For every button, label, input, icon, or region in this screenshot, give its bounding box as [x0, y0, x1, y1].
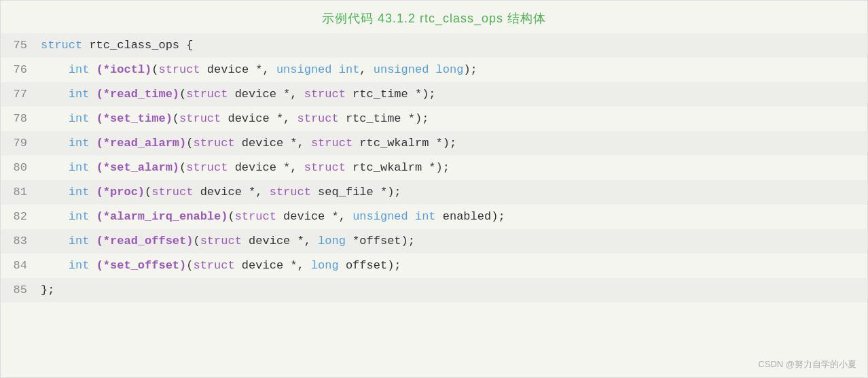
code-token	[89, 186, 96, 199]
code-token: rtc_time	[346, 88, 415, 101]
code-token: int	[69, 88, 90, 101]
code-token: (	[193, 235, 200, 247]
code-token: (*alarm_irq_enable)	[96, 210, 228, 223]
code-token: ,	[297, 137, 311, 150]
code-token: struct	[297, 112, 339, 125]
code-token: struct	[235, 210, 276, 223]
code-token: long	[311, 259, 339, 272]
code-token: *	[290, 259, 297, 272]
code-token	[41, 235, 69, 247]
code-token: int	[69, 210, 90, 223]
code-token: device	[221, 112, 276, 125]
code-token: );	[436, 161, 450, 174]
code-token: *	[290, 137, 297, 150]
code-token: struct	[186, 88, 228, 101]
line-code: int (*alarm_irq_enable)(struct device *,…	[38, 205, 867, 229]
code-line: 80 int (*set_alarm)(struct device *, str…	[1, 156, 867, 180]
code-token: rtc_wkalrm	[346, 161, 429, 174]
code-token: int	[339, 63, 360, 76]
code-token: );	[422, 88, 435, 101]
line-number: 78	[1, 107, 38, 131]
line-number: 75	[1, 33, 38, 58]
code-token	[41, 186, 69, 199]
code-line: 76 int (*ioctl)(struct device *, unsigne…	[1, 58, 867, 82]
code-token: enabled);	[436, 210, 505, 223]
code-token: struct	[304, 88, 346, 101]
code-token: device	[235, 259, 291, 272]
code-line: 82 int (*alarm_irq_enable)(struct device…	[1, 205, 867, 229]
code-line: 77 int (*read_time)(struct device *, str…	[1, 82, 867, 107]
code-token: int	[69, 112, 90, 125]
code-token: seq_file	[311, 186, 380, 199]
code-token: ,	[304, 235, 318, 247]
code-token: (*proc)	[96, 186, 145, 199]
code-token: };	[41, 284, 54, 296]
code-token: int	[69, 259, 90, 272]
code-line: 85};	[1, 278, 867, 303]
code-token: ,	[359, 63, 373, 76]
code-token: *	[255, 63, 262, 76]
code-token: int	[69, 137, 90, 150]
line-code: int (*ioctl)(struct device *, unsigned i…	[38, 58, 867, 82]
code-token: int	[415, 210, 436, 223]
code-token	[89, 235, 96, 247]
code-token: device	[228, 88, 283, 101]
code-token: offset);	[339, 259, 401, 272]
code-token: struct	[193, 259, 234, 272]
code-line: 81 int (*proc)(struct device *, struct s…	[1, 180, 867, 205]
code-token	[41, 259, 69, 272]
code-token: ,	[290, 88, 304, 101]
line-code: int (*proc)(struct device *, struct seq_…	[38, 180, 867, 205]
code-token: long	[436, 63, 464, 76]
line-code: int (*read_time)(struct device *, struct…	[38, 82, 867, 107]
code-token: (	[179, 88, 186, 101]
code-token: *	[283, 88, 290, 101]
code-line: 78 int (*set_time)(struct device *, stru…	[1, 107, 867, 131]
code-token	[89, 88, 96, 101]
line-code: };	[38, 278, 867, 303]
code-token: *	[415, 88, 422, 101]
code-token: *	[332, 210, 339, 223]
code-token: *	[276, 112, 283, 125]
code-token	[89, 112, 96, 125]
code-token: ,	[339, 210, 352, 223]
code-line: 84 int (*set_offset)(struct device *, lo…	[1, 254, 867, 278]
code-token	[41, 63, 69, 76]
code-token: device	[242, 235, 297, 247]
code-token: rtc_wkalrm	[352, 137, 435, 150]
code-token: );	[415, 112, 429, 125]
code-token: *	[429, 161, 435, 174]
code-token: *	[408, 112, 415, 125]
code-token: int	[69, 63, 90, 76]
code-token: struct	[186, 161, 228, 174]
code-token: ,	[297, 259, 311, 272]
code-container: 示例代码 43.1.2 rtc_class_ops 结构体 75struct r…	[0, 0, 868, 378]
code-token	[332, 63, 339, 76]
code-token: *	[249, 186, 255, 199]
code-token: int	[69, 161, 90, 174]
code-block: 75struct rtc_class_ops {76 int (*ioctl)(…	[1, 33, 867, 309]
code-token: device	[276, 210, 332, 223]
page-title: 示例代码 43.1.2 rtc_class_ops 结构体	[1, 1, 867, 33]
code-line: 83 int (*read_offset)(struct device *, l…	[1, 229, 867, 254]
code-token: long	[318, 235, 346, 247]
code-token: device	[235, 137, 291, 150]
code-token: (	[173, 112, 179, 125]
line-code: int (*set_offset)(struct device *, long …	[38, 254, 867, 278]
line-number: 85	[1, 278, 38, 303]
code-token: (	[151, 63, 158, 76]
code-token: rtc_time	[339, 112, 408, 125]
code-token: unsigned	[276, 63, 332, 76]
code-token: struct	[200, 235, 242, 247]
code-token: struct	[158, 63, 200, 76]
code-token: ,	[263, 63, 276, 76]
code-token: struct	[311, 137, 352, 150]
code-token: unsigned	[374, 63, 429, 76]
code-token: device	[228, 161, 283, 174]
code-token	[429, 63, 435, 76]
code-token: );	[463, 63, 477, 76]
code-token: int	[69, 186, 90, 199]
line-number: 82	[1, 205, 38, 229]
code-token: ,	[255, 186, 269, 199]
code-token: {	[186, 39, 193, 52]
